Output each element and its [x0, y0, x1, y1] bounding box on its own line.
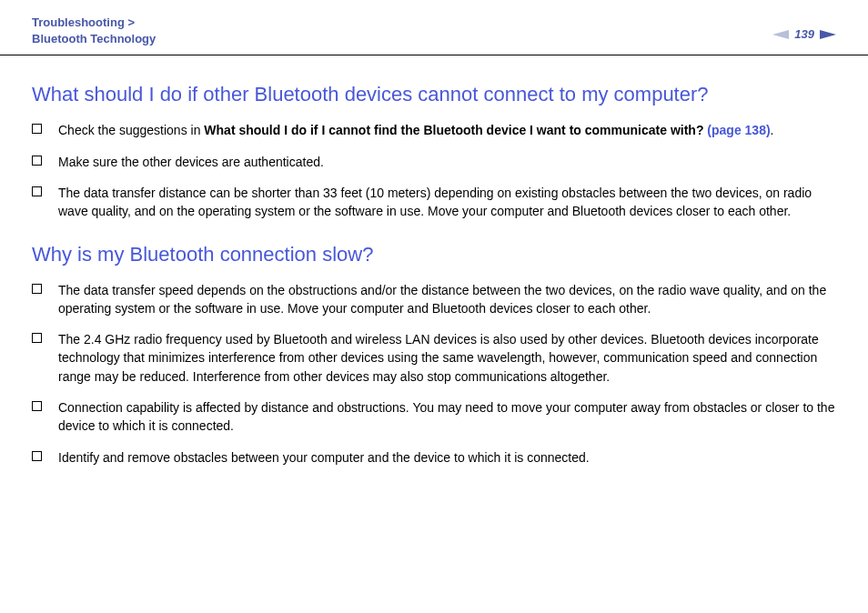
page-content: What should I do if other Bluetooth devi…: [0, 55, 868, 507]
list-item: Make sure the other devices are authenti…: [32, 153, 836, 171]
list-item: The 2.4 GHz radio frequency used by Blue…: [32, 330, 836, 386]
bullet-icon: [32, 186, 42, 196]
list-item: Check the suggestions in What should I d…: [32, 121, 836, 139]
breadcrumb-line2: Bluetooth Technology: [32, 31, 156, 47]
bullet-icon: [32, 333, 42, 343]
bullet-text: The data transfer distance can be shorte…: [58, 184, 836, 221]
bullet-text: Identify and remove obstacles between yo…: [58, 448, 836, 467]
list-item: The data transfer distance can be shorte…: [32, 184, 836, 221]
page-number: 139: [794, 27, 814, 41]
bullet-icon: [32, 124, 42, 134]
text-suffix: .: [771, 123, 774, 137]
breadcrumb-line1: Troubleshooting >: [32, 15, 156, 31]
breadcrumb: Troubleshooting > Bluetooth Technology: [32, 15, 156, 47]
list-item: The data transfer speed depends on the o…: [32, 281, 836, 318]
text-bold: What should I do if I cannot find the Bl…: [204, 123, 707, 137]
bullet-text: Check the suggestions in What should I d…: [58, 121, 836, 139]
bullet-text: Connection capability is affected by dis…: [58, 398, 836, 436]
section-title-2: Why is my Bluetooth connection slow?: [32, 243, 836, 266]
bullet-text: The data transfer speed depends on the o…: [58, 281, 836, 318]
bullet-text: Make sure the other devices are authenti…: [58, 153, 836, 171]
text-prefix: Check the suggestions in: [58, 123, 204, 137]
bullet-icon: [32, 156, 42, 166]
page-link[interactable]: (page 138): [707, 123, 770, 137]
bullet-list-2: The data transfer speed depends on the o…: [32, 281, 836, 467]
bullet-list-1: Check the suggestions in What should I d…: [32, 121, 836, 220]
list-item: Connection capability is affected by dis…: [32, 398, 836, 436]
bullet-icon: [32, 401, 42, 411]
section-title-1: What should I do if other Bluetooth devi…: [32, 83, 836, 106]
arrow-right-icon[interactable]: [820, 30, 836, 39]
bullet-icon: [32, 284, 42, 294]
bullet-icon: [32, 451, 42, 461]
page-navigation: 139: [772, 15, 836, 41]
page-header: Troubleshooting > Bluetooth Technology 1…: [0, 0, 868, 55]
list-item: Identify and remove obstacles between yo…: [32, 448, 836, 467]
arrow-left-icon[interactable]: [772, 30, 789, 39]
bullet-text: The 2.4 GHz radio frequency used by Blue…: [58, 330, 836, 386]
